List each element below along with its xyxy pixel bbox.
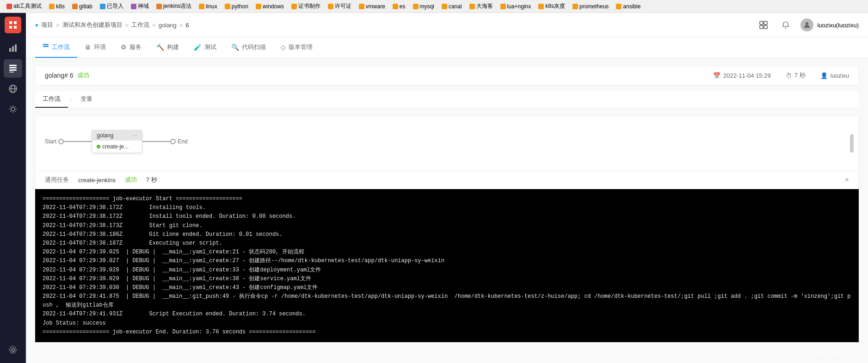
status-row: golang# 6 成功 📅 2022-11-04 15:29 ⏱ 7 秒 👤 … [35,65,859,86]
bookmark-license[interactable]: 许可证 [325,1,354,11]
date-value: 2022-11-04 15:29 [723,72,771,79]
notification-icon-btn[interactable] [778,18,793,32]
bookmark-gitlab[interactable]: gitlab [69,2,95,11]
breadcrumb-golang[interactable]: golang [159,22,177,29]
bookmark-icon-python [225,4,230,9]
svg-rect-9 [9,69,17,71]
tab-build-icon: 🔨 [156,43,164,51]
status-badge: 成功 [77,71,89,80]
wf-task-dot [97,145,100,148]
bookmark-ansible[interactable]: ansible [613,2,643,11]
wf-node-body: create-je... [92,141,142,153]
avatar [800,18,813,31]
sidebar-item-gear[interactable] [4,341,22,359]
bookmark-k8s[interactable]: k8s [46,2,68,11]
bookmark-linux[interactable]: linux [196,2,220,11]
bookmarks-bar: ab工具测试 k8s gitlab 已导入 神域 jenkins语法 linux… [0,0,868,13]
bookmark-icon-linux [199,4,204,9]
bookmark-mysql[interactable]: mysql [410,2,437,11]
tab-workflow[interactable]: 工作流 [35,37,77,58]
bookmark-python[interactable]: python [222,2,251,11]
tab-version-label: 版本管理 [289,43,313,51]
breadcrumb-bar: ▾ 项目 > 测试和灰色创建新项目 > 工作流 > golang > 6 [26,13,868,37]
terminal-line: 2022-11-04T07:29:38.172Z Installing tool… [43,203,851,212]
wf-node-title: golang [97,132,113,139]
bookmark-icon-ansible [616,4,622,9]
username: luozixu(luozixu) [817,22,859,29]
tab-codescan-label: 代码扫描 [242,43,266,51]
bookmark-prometheus[interactable]: prometheus [570,2,611,11]
tab-test-label: 测试 [204,43,216,51]
tab-test[interactable]: 🧪 测试 [186,37,224,58]
task-name: create-jenkins [78,177,116,184]
tab-version-icon: ◇ [281,43,286,51]
tab-env[interactable]: 🖥 环境 [77,37,113,58]
wf-end-circle [170,139,176,144]
bookmark-icon-shenyv [131,4,136,9]
sidebar-logo[interactable] [5,17,21,33]
breadcrumb-project[interactable]: 项目 [41,21,53,29]
sub-tab-workflow[interactable]: 工作流 [35,91,68,108]
wf-task-item[interactable]: create-je... [97,143,137,150]
wf-node-header: golang ⋯ [92,130,142,141]
tab-workflow-icon [43,43,49,51]
wf-golang-node[interactable]: golang ⋯ create-je... [92,130,142,153]
bookmark-dahaike[interactable]: 大海客 [467,1,496,11]
breadcrumb-test[interactable]: 测试和灰色创建新项目 [62,21,123,29]
tab-service[interactable]: ⚙ 服务 [113,37,149,58]
bookmark-ab[interactable]: ab工具测试 [4,1,44,11]
bookmark-shenyv[interactable]: 神域 [128,1,152,11]
bookmark-icon-license [328,4,333,9]
bookmark-jenkins[interactable]: jenkins语法 [154,1,194,11]
tab-codescan-icon: 🔍 [231,43,239,51]
wf-start-label: Start [45,138,56,145]
user-value: luozixu [831,72,849,79]
wf-node-more-icon: ⋯ [133,133,137,138]
tab-build[interactable]: 🔨 构建 [149,37,186,58]
tab-version[interactable]: ◇ 版本管理 [273,37,320,58]
bookmark-k8s-gray[interactable]: k8s灰度 [536,1,568,11]
svg-rect-8 [9,67,17,68]
time-icon: ⏱ [786,72,792,79]
sub-tab-vars[interactable]: 变量 [73,91,100,108]
bookmark-es[interactable]: es [390,2,408,11]
bookmark-windows[interactable]: windows [253,2,287,11]
breadcrumb-actions: luozixu(luozixu) [756,18,859,32]
sidebar-item-network[interactable] [4,80,22,98]
bookmark-lua-nginx[interactable]: lua+nginx [498,2,534,11]
page-body: golang# 6 成功 📅 2022-11-04 15:29 ⏱ 7 秒 👤 … [26,58,868,363]
workflow-scrollbar[interactable] [850,134,854,153]
terminal-line: 2022-11-04 07:29:41.875 | DEBUG | __main… [43,292,851,310]
bookmark-cert[interactable]: 证书制作 [289,1,323,11]
task-close-button[interactable]: × [845,176,849,184]
breadcrumb: ▾ 项目 > 测试和灰色创建新项目 > 工作流 > golang > 6 [35,21,189,29]
status-time: ⏱ 7 秒 [786,71,806,80]
sidebar-item-workflow[interactable] [4,59,22,78]
tab-service-icon: ⚙ [121,43,127,51]
tab-env-icon: 🖥 [85,43,91,51]
bookmark-icon-k8s [49,4,55,9]
tab-test-icon: 🧪 [194,43,202,51]
svg-rect-16 [760,21,763,25]
terminal-line: 2022-11-04 07:29:39.030 | DEBUG | __main… [43,283,851,292]
svg-rect-19 [764,25,767,29]
terminal-line: ==================== job-executor Start … [43,195,851,203]
layout-icon-btn[interactable] [756,18,771,32]
bookmark-icon-canal [442,4,447,9]
breadcrumb-workflow[interactable]: 工作流 [131,21,149,29]
sidebar-item-analytics[interactable] [4,39,22,57]
svg-rect-17 [764,21,767,25]
sidebar-item-settings2[interactable] [4,100,22,118]
bookmark-canal[interactable]: canal [439,2,465,11]
status-meta: 📅 2022-11-04 15:29 ⏱ 7 秒 👤 luozixu [713,71,849,80]
terminal-line: 2022-11-04T07:29:38.187Z Executing user … [43,239,851,248]
bookmark-vmware[interactable]: vmware [356,2,388,11]
tab-codescan[interactable]: 🔍 代码扫描 [224,37,273,58]
bookmark-imported[interactable]: 已导入 [97,1,126,11]
task-prefix: 通用任务 [45,176,69,184]
svg-rect-3 [14,26,17,29]
wf-start-circle [58,139,64,144]
svg-rect-2 [9,26,12,29]
user-info[interactable]: luozixu(luozixu) [800,18,859,31]
breadcrumb-dropdown-icon[interactable]: ▾ [35,22,38,29]
